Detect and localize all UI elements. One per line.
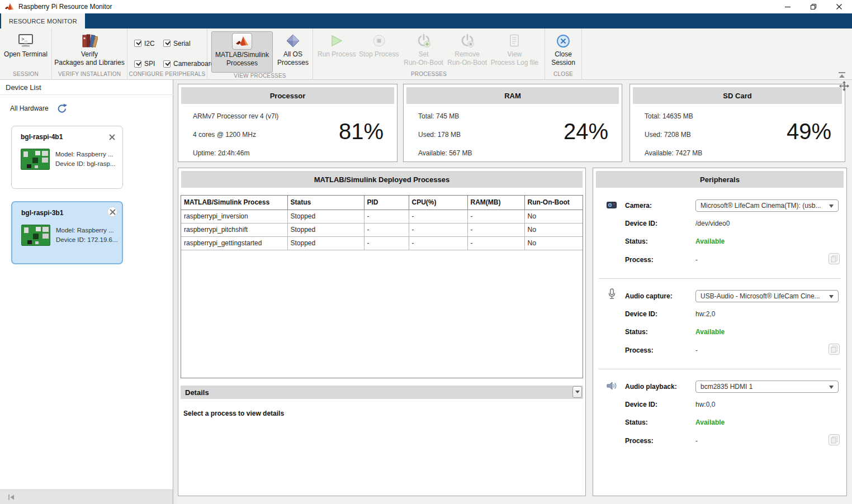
titlebar: Raspberry Pi Resource Monitor bbox=[0, 0, 852, 13]
camera-process-log-button[interactable] bbox=[829, 253, 840, 264]
device-list-title: Device List bbox=[6, 83, 41, 92]
processes-group-label: PROCESSES bbox=[313, 71, 545, 80]
deployed-processes-panel: MATLAB/Simulink Deployed Processes MATLA… bbox=[178, 168, 586, 496]
toolbar-section-session: >_ Open Terminal SESSION bbox=[0, 28, 52, 80]
all-os-processes-button[interactable]: All OS Processes bbox=[277, 31, 309, 73]
capture-device-id-label: Device ID: bbox=[625, 310, 657, 318]
col-pid[interactable]: PID bbox=[364, 196, 409, 210]
camera-status-badge: Available bbox=[695, 237, 725, 245]
col-process[interactable]: MATLAB/Simulink Process bbox=[181, 196, 287, 210]
set-boot-label-line2: Run-On-Boot bbox=[404, 59, 443, 66]
spi-checkbox[interactable]: SPI bbox=[134, 57, 163, 72]
toolbar-section-verify: Verify Packages and Libraries VERIFY INS… bbox=[52, 28, 127, 80]
matlab-simulink-processes-button[interactable]: MATLAB/Simulink Processes bbox=[211, 31, 273, 73]
playback-process-log-button[interactable] bbox=[829, 434, 840, 445]
all-hardware-label: All Hardware bbox=[10, 104, 49, 112]
device-card-bgl-raspi-4b1[interactable]: bgl-raspi-4b1 Model: Raspberry ... Devic… bbox=[11, 126, 123, 189]
camera-icon bbox=[607, 201, 617, 209]
ml-processes-label-line2: Processes bbox=[226, 59, 258, 67]
camera-device-id: /dev/video0 bbox=[695, 220, 730, 227]
collapse-left-icon bbox=[8, 494, 16, 501]
restore-icon bbox=[810, 3, 817, 10]
close-session-label-line1: Close bbox=[555, 50, 572, 58]
verify-label-line1: Verify bbox=[81, 50, 98, 58]
audio-playback-select[interactable]: bcm2835 HDMI 1 bbox=[695, 381, 839, 393]
device-card-bgl-raspi-3b1[interactable]: bgl-raspi-3b1 Model: Raspberry ... Devic… bbox=[11, 201, 123, 264]
panel-splitter[interactable] bbox=[174, 80, 177, 504]
processor-cores: 4 cores @ 1200 MHz bbox=[193, 131, 256, 139]
verify-packages-button[interactable]: Verify Packages and Libraries bbox=[54, 31, 124, 71]
device-id: Device ID: 172.19.6... bbox=[56, 236, 118, 243]
i2c-checkbox[interactable]: I2C bbox=[134, 36, 163, 51]
col-status[interactable]: Status bbox=[287, 196, 364, 210]
camera-select[interactable]: Microsoft® LifeCam Cinema(TM): (usb... bbox=[695, 199, 839, 212]
remove-device-button[interactable] bbox=[107, 132, 117, 142]
toolbar-section-processes: Run Process Stop Process bbox=[313, 28, 545, 80]
audio-capture-select[interactable]: USB-Audio - Microsoft® LifeCam Cine... bbox=[695, 290, 839, 302]
cell-boot: No bbox=[524, 236, 583, 250]
toolbar: >_ Open Terminal SESSION bbox=[0, 28, 852, 80]
power-plus-icon bbox=[416, 34, 431, 48]
camera-process-label: Process: bbox=[625, 256, 654, 264]
close-session-button[interactable]: Close Session bbox=[551, 31, 575, 71]
col-ram[interactable]: RAM(MB) bbox=[467, 196, 524, 210]
cell-boot: No bbox=[524, 223, 583, 236]
playback-device-id: hw:0,0 bbox=[695, 401, 715, 408]
move-resize-icon[interactable] bbox=[839, 81, 849, 91]
toolbar-section-view-processes: MATLAB/Simulink Processes All OS bbox=[207, 28, 313, 80]
restore-button[interactable] bbox=[801, 0, 826, 13]
stop-process-button[interactable]: Stop Process bbox=[356, 31, 402, 71]
col-cpu[interactable]: CPU(%) bbox=[409, 196, 467, 210]
cell-cpu: - bbox=[409, 236, 467, 250]
audio-capture-label: Audio capture: bbox=[625, 292, 673, 300]
cell-process: raspberrypi_gettingstarted bbox=[181, 236, 287, 250]
run-process-label: Run Process bbox=[318, 50, 356, 58]
collapse-ribbon-button[interactable] bbox=[837, 71, 848, 78]
table-row[interactable]: raspberrypi_pitchshift Stopped - - - No bbox=[181, 223, 583, 236]
divider bbox=[0, 94, 173, 95]
audio-playback-select-value: bcm2835 HDMI 1 bbox=[700, 383, 752, 391]
device-model: Model: Raspberry ... bbox=[56, 227, 114, 234]
view-log-label-line1: View bbox=[507, 50, 522, 58]
verify-group-label: VERIFY INSTALLATION bbox=[52, 71, 127, 80]
remove-device-button[interactable] bbox=[107, 207, 117, 217]
cell-ram: - bbox=[467, 223, 524, 236]
panel-collapse-bar[interactable] bbox=[0, 489, 173, 504]
capture-process-value: - bbox=[695, 346, 698, 354]
minimize-icon bbox=[784, 3, 791, 10]
processor-card-title: Processor bbox=[181, 87, 394, 104]
books-icon bbox=[81, 33, 98, 49]
cell-status: Stopped bbox=[287, 223, 364, 236]
table-row[interactable]: raspberrypi_gettingstarted Stopped - - -… bbox=[181, 236, 583, 250]
run-process-button[interactable]: Run Process bbox=[318, 31, 356, 71]
capture-process-label: Process: bbox=[625, 346, 654, 354]
capture-process-log-button[interactable] bbox=[829, 344, 840, 355]
col-run-on-boot[interactable]: Run-On-Boot bbox=[524, 196, 583, 210]
view-process-log-button[interactable]: View Process Log file bbox=[489, 31, 540, 71]
spi-checkbox-label: SPI bbox=[144, 60, 155, 68]
view-processes-group-label: VIEW PROCESSES bbox=[207, 73, 313, 80]
ram-available: Available: 567 MB bbox=[418, 149, 472, 157]
camera-process-value: - bbox=[695, 256, 698, 264]
close-session-label-line2: Session bbox=[551, 59, 575, 66]
ram-card-title: RAM bbox=[406, 87, 619, 104]
capture-device-id: hw:2,0 bbox=[695, 310, 715, 318]
remove-run-on-boot-button[interactable]: Remove Run-On-Boot bbox=[446, 31, 489, 71]
matlab-logo-icon bbox=[4, 3, 14, 11]
checkbox-checked-icon bbox=[163, 60, 171, 68]
checkbox-checked-icon bbox=[163, 40, 171, 47]
toolbar-spacer bbox=[582, 28, 852, 80]
set-run-on-boot-button[interactable]: Set Run-On-Boot bbox=[402, 31, 446, 71]
tab-resource-monitor[interactable]: RESOURCE MONITOR bbox=[1, 13, 85, 28]
details-collapse-button[interactable] bbox=[572, 386, 582, 398]
capture-status-badge: Available bbox=[695, 328, 725, 336]
minimize-button[interactable] bbox=[775, 0, 801, 13]
refresh-icon[interactable] bbox=[56, 103, 68, 113]
table-row[interactable]: raspberrypi_inversion Stopped - - - No bbox=[181, 210, 583, 223]
cell-process: raspberrypi_pitchshift bbox=[181, 223, 287, 236]
os-diamond-icon bbox=[286, 34, 300, 48]
cell-status: Stopped bbox=[287, 236, 364, 250]
open-terminal-button[interactable]: >_ Open Terminal bbox=[4, 31, 48, 71]
x-icon bbox=[110, 209, 116, 215]
close-button[interactable] bbox=[826, 0, 852, 13]
